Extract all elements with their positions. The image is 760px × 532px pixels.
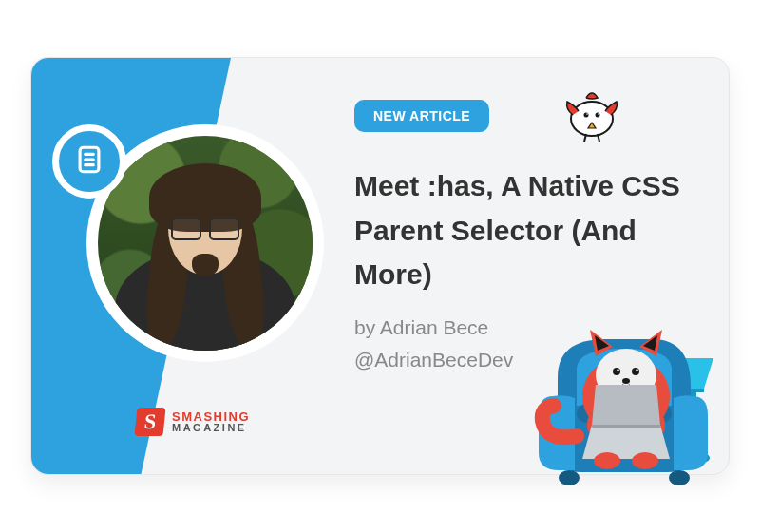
svg-rect-25	[592, 425, 660, 428]
svg-point-21	[632, 368, 639, 375]
brand-logo: S SMASHING MAGAZINE	[136, 408, 250, 436]
svg-point-8	[586, 113, 588, 115]
document-icon	[73, 143, 105, 180]
cat-mascot-icon	[501, 273, 738, 491]
svg-point-15	[559, 470, 580, 485]
svg-point-23	[636, 369, 637, 370]
brand-logo-mark: S	[134, 408, 165, 436]
brand-subtitle: MAGAZINE	[172, 423, 250, 433]
svg-point-16	[669, 470, 690, 485]
svg-point-7	[596, 113, 600, 118]
bird-icon	[560, 86, 624, 143]
svg-point-24	[622, 378, 630, 384]
svg-point-9	[598, 113, 599, 115]
svg-point-4	[571, 102, 613, 136]
document-badge	[52, 124, 126, 199]
social-card: S SMASHING MAGAZINE NEW ARTICLE Meet :ha…	[30, 57, 730, 475]
svg-point-22	[617, 369, 618, 370]
svg-point-20	[613, 368, 620, 375]
new-article-badge: NEW ARTICLE	[354, 100, 489, 132]
svg-point-26	[594, 452, 620, 469]
svg-point-27	[632, 452, 658, 469]
svg-point-6	[584, 113, 589, 118]
